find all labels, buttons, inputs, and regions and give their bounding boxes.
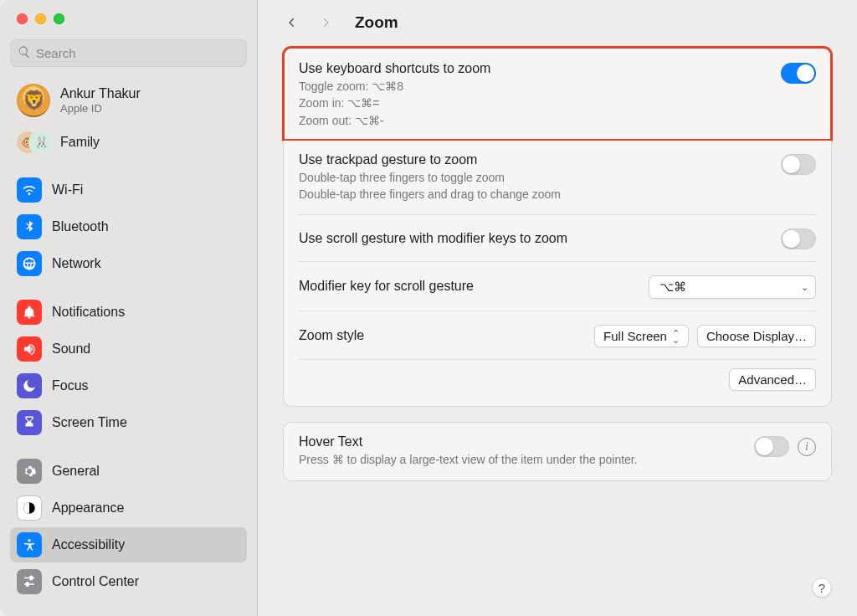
search-input[interactable]: Search bbox=[10, 39, 247, 67]
sidebar-item-label: Bluetooth bbox=[52, 219, 109, 234]
accessibility-icon bbox=[17, 532, 42, 557]
sidebar-item-family[interactable]: 🐵🐰 Family bbox=[10, 126, 247, 159]
stepper-icon: ⌃⌄ bbox=[672, 330, 680, 343]
setting-desc: Press ⌘ to display a large-text view of … bbox=[299, 451, 744, 468]
setting-title: Hover Text bbox=[299, 434, 744, 449]
sidebar-item-label: Wi-Fi bbox=[52, 182, 83, 198]
select-value: ⌥⌘ bbox=[659, 280, 686, 295]
setting-title: Modifier key for scroll gesture bbox=[299, 279, 639, 294]
appearance-icon bbox=[17, 495, 42, 521]
nav-back[interactable] bbox=[283, 13, 301, 32]
svg-point-1 bbox=[28, 539, 30, 542]
toggle-hover-text[interactable] bbox=[754, 436, 789, 457]
info-icon[interactable]: i bbox=[798, 438, 816, 456]
sidebar-item-label: Family bbox=[60, 135, 100, 150]
search-placeholder: Search bbox=[36, 46, 76, 60]
gear-icon bbox=[17, 459, 42, 484]
sidebar-item-label: Sound bbox=[52, 341, 90, 357]
sidebar-item-appearance[interactable]: Appearance bbox=[10, 490, 247, 526]
bluetooth-icon bbox=[17, 214, 42, 239]
sidebar-item-label: Appearance bbox=[52, 501, 124, 516]
sidebar-item-apple-id[interactable]: 🦁 Ankur Thakur Apple ID bbox=[10, 79, 247, 122]
sidebar-item-label: General bbox=[52, 464, 100, 479]
zoom-options-panel: Use trackpad gesture to zoom Double-tap … bbox=[283, 141, 832, 408]
minimize-window[interactable] bbox=[35, 13, 46, 24]
modifier-key-select[interactable]: ⌥⌘ ⌄ bbox=[649, 275, 816, 299]
sidebar-item-label: Screen Time bbox=[52, 415, 127, 430]
hourglass-icon bbox=[17, 410, 42, 435]
sidebar-item-screen-time[interactable]: Screen Time bbox=[10, 405, 247, 440]
globe-icon bbox=[17, 251, 42, 276]
chevron-down-icon: ⌄ bbox=[801, 284, 808, 290]
help-button[interactable]: ? bbox=[812, 578, 832, 598]
account-name: Ankur Thakur bbox=[60, 86, 141, 101]
nav-forward[interactable] bbox=[316, 13, 335, 32]
family-icon: 🐵🐰 bbox=[17, 131, 50, 154]
sidebar-item-label: Control Center bbox=[52, 574, 139, 589]
sidebar-item-general[interactable]: General bbox=[10, 454, 247, 489]
setting-desc: Double-tap three fingers to toggle zoom … bbox=[299, 169, 771, 203]
button-label: Choose Display… bbox=[706, 329, 807, 343]
sidebar-item-label: Notifications bbox=[52, 305, 125, 320]
sliders-icon bbox=[17, 569, 42, 594]
sidebar-item-bluetooth[interactable]: Bluetooth bbox=[10, 209, 247, 244]
close-window[interactable] bbox=[17, 13, 28, 24]
setting-title: Use trackpad gesture to zoom bbox=[299, 152, 771, 167]
zoom-style-select[interactable]: Full Screen ⌃⌄ bbox=[594, 325, 689, 347]
select-value: Full Screen bbox=[603, 329, 667, 343]
toggle-scroll-gesture[interactable] bbox=[781, 228, 816, 249]
window-controls bbox=[10, 8, 247, 36]
hover-text-panel: Hover Text Press ⌘ to display a large-te… bbox=[283, 422, 832, 480]
account-sub: Apple ID bbox=[60, 102, 141, 115]
main: Zoom Use keyboard shortcuts to zoom Togg… bbox=[258, 0, 857, 616]
sidebar-item-focus[interactable]: Focus bbox=[10, 368, 247, 403]
speaker-icon bbox=[17, 336, 42, 362]
wifi-icon bbox=[17, 177, 42, 203]
sidebar: Search 🦁 Ankur Thakur Apple ID 🐵🐰 Family… bbox=[0, 0, 258, 616]
avatar: 🦁 bbox=[17, 84, 50, 117]
sidebar-item-control-center[interactable]: Control Center bbox=[10, 564, 247, 599]
choose-display-button[interactable]: Choose Display… bbox=[697, 325, 816, 347]
setting-title: Use keyboard shortcuts to zoom bbox=[299, 61, 771, 76]
setting-title: Use scroll gesture with modifier keys to… bbox=[299, 231, 771, 246]
search-icon bbox=[18, 45, 31, 61]
sidebar-item-label: Focus bbox=[52, 378, 89, 393]
help-label: ? bbox=[819, 581, 825, 595]
page-title: Zoom bbox=[355, 13, 398, 32]
sidebar-item-notifications[interactable]: Notifications bbox=[10, 295, 247, 330]
sidebar-item-accessibility[interactable]: Accessibility bbox=[10, 527, 247, 562]
sidebar-item-network[interactable]: Network bbox=[10, 246, 247, 281]
zoom-window[interactable] bbox=[54, 13, 64, 24]
button-label: Advanced… bbox=[738, 372, 807, 387]
zoom-shortcuts-panel: Use keyboard shortcuts to zoom Toggle zo… bbox=[283, 47, 832, 141]
moon-icon bbox=[17, 373, 42, 398]
advanced-button[interactable]: Advanced… bbox=[729, 368, 816, 391]
sidebar-item-wifi[interactable]: Wi-Fi bbox=[10, 172, 247, 208]
titlebar: Zoom bbox=[283, 10, 832, 47]
sidebar-item-label: Network bbox=[52, 256, 101, 271]
toggle-keyboard-shortcuts[interactable] bbox=[781, 63, 816, 84]
setting-desc: Toggle zoom: ⌥⌘8 Zoom in: ⌥⌘= Zoom out: … bbox=[299, 78, 771, 129]
sidebar-item-sound[interactable]: Sound bbox=[10, 331, 247, 367]
toggle-trackpad-gesture[interactable] bbox=[781, 154, 816, 175]
bell-icon bbox=[17, 300, 42, 325]
setting-title: Zoom style bbox=[299, 328, 584, 343]
sidebar-item-label: Accessibility bbox=[52, 537, 125, 552]
